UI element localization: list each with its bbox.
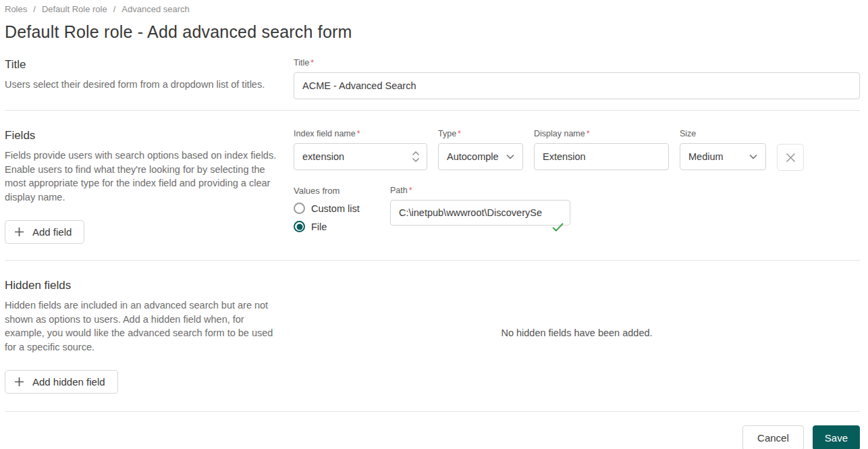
- plus-icon: [14, 227, 24, 237]
- path-label-text: Path: [390, 186, 408, 195]
- index-field-name-label-text: Index field name: [294, 129, 356, 138]
- required-asterisk: *: [357, 129, 360, 138]
- title-input[interactable]: [294, 72, 860, 99]
- fields-section-description: Fields provide users with search options…: [5, 149, 281, 204]
- add-hidden-field-button-label: Add hidden field: [32, 376, 105, 388]
- title-field-label-text: Title: [294, 58, 309, 68]
- required-asterisk: *: [409, 186, 412, 195]
- footer-actions: Cancel Save: [5, 411, 860, 449]
- type-label-text: Type: [438, 129, 456, 138]
- breadcrumb-separator: /: [33, 4, 36, 14]
- index-field-name-combobox[interactable]: [294, 143, 427, 170]
- breadcrumb-separator: /: [113, 4, 116, 14]
- breadcrumb-item-advanced-search: Advanced search: [121, 4, 189, 14]
- add-field-button[interactable]: Add field: [5, 220, 84, 244]
- required-asterisk: *: [458, 129, 461, 138]
- radio-checked-icon[interactable]: [294, 221, 305, 232]
- values-from-block: Values from Custom list File Path*: [294, 186, 860, 239]
- radio-option-custom-list[interactable]: Custom list: [294, 203, 390, 214]
- index-field-name-label: Index field name*: [294, 129, 427, 138]
- type-label: Type*: [438, 129, 523, 138]
- display-name-input[interactable]: [534, 143, 669, 170]
- values-from-label: Values from: [294, 186, 390, 196]
- required-asterisk: *: [310, 58, 314, 68]
- radio-option-file[interactable]: File: [294, 221, 390, 232]
- section-divider: [5, 260, 860, 261]
- remove-field-button[interactable]: [777, 144, 804, 171]
- title-section-description: Users select their desired form from a d…: [5, 78, 281, 92]
- hidden-fields-section-description: Hidden fields are included in an advance…: [5, 298, 281, 354]
- page: Roles / Default Role role / Advanced sea…: [0, 0, 868, 449]
- section-title: Title Users select their desired form fr…: [5, 58, 860, 110]
- chevron-updown-icon[interactable]: [412, 151, 420, 163]
- size-label: Size: [680, 129, 766, 138]
- type-select-value: Autocomple: [447, 151, 499, 162]
- section-divider: [5, 110, 860, 111]
- path-input[interactable]: [390, 200, 570, 226]
- fields-section-heading: Fields: [5, 129, 281, 142]
- close-icon: [785, 152, 796, 163]
- save-button[interactable]: Save: [813, 425, 860, 449]
- section-fields: Fields Fields provide users with search …: [5, 129, 860, 260]
- hidden-fields-section-heading: Hidden fields: [5, 279, 281, 292]
- type-select[interactable]: Autocomple: [438, 143, 523, 170]
- radio-label-file: File: [311, 221, 327, 232]
- chevron-down-icon: [749, 154, 757, 159]
- add-hidden-field-button[interactable]: Add hidden field: [5, 370, 118, 394]
- title-section-heading: Title: [5, 58, 281, 72]
- display-name-label: Display name*: [534, 129, 669, 138]
- breadcrumb-item-default-role[interactable]: Default Role role: [42, 4, 107, 14]
- chevron-down-icon: [506, 154, 514, 159]
- section-hidden-fields: Hidden fields Hidden fields are included…: [5, 279, 860, 411]
- field-row: Index field name* Type* Autocomple: [294, 129, 860, 171]
- size-select-value: Medium: [688, 151, 724, 162]
- title-field-label: Title*: [294, 58, 860, 68]
- page-title: Default Role role - Add advanced search …: [5, 22, 860, 42]
- path-label: Path*: [390, 186, 570, 195]
- plus-icon: [14, 377, 24, 387]
- cancel-button[interactable]: Cancel: [742, 425, 804, 449]
- size-select[interactable]: Medium: [680, 143, 766, 170]
- required-asterisk: *: [587, 129, 590, 138]
- breadcrumb-item-roles[interactable]: Roles: [5, 4, 27, 14]
- check-valid-icon: [552, 223, 564, 232]
- add-field-button-label: Add field: [32, 226, 72, 238]
- breadcrumb: Roles / Default Role role / Advanced sea…: [5, 3, 860, 14]
- hidden-fields-empty-message: No hidden fields have been added.: [501, 327, 652, 338]
- radio-label-custom-list: Custom list: [311, 203, 360, 214]
- radio-unchecked-icon[interactable]: [294, 203, 305, 214]
- display-name-label-text: Display name: [534, 129, 585, 138]
